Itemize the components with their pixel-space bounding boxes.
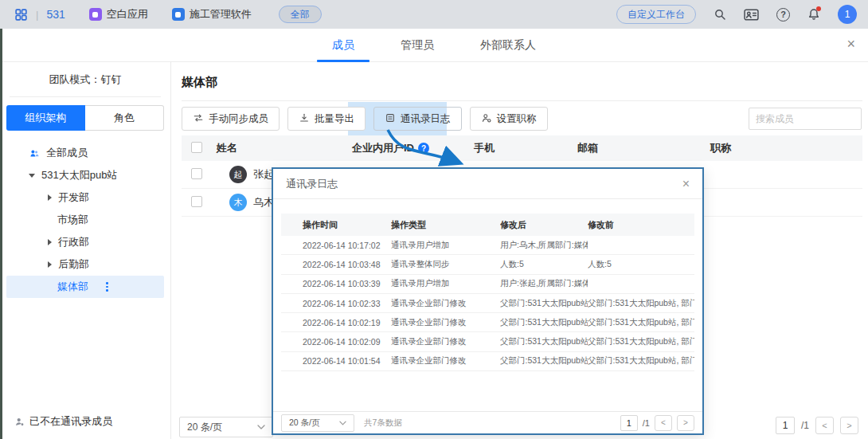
customize-workbench-button[interactable]: 自定义工作台 <box>616 5 696 24</box>
manual-sync-button[interactable]: 手动同步成员 <box>182 107 280 131</box>
sidebar-tree-item-5[interactable]: 后勤部 <box>6 253 164 276</box>
log-type: 通讯录整体同步 <box>391 259 500 270</box>
tab-members[interactable]: 成员 <box>332 29 354 62</box>
log-after: 父部门:531大太阳pub站, 部门:... <box>500 317 588 328</box>
org-structure-button[interactable]: 组织架构 <box>6 105 85 131</box>
org-tree: 全部成员531大太阳pub站开发部市场部行政部后勤部媒体部 <box>0 142 170 298</box>
log-type: 通讯录企业部门修改 <box>391 355 500 366</box>
log-after: 人数:5 <box>500 259 588 270</box>
next-page-button[interactable]: > <box>840 417 858 434</box>
log-row: 2022-06-14 10:01:54通讯录企业部门修改父部门:531大太阳pu… <box>281 352 694 371</box>
sidebar-tree-item-6[interactable]: 媒体部 <box>6 276 164 298</box>
question-icon[interactable]: ? <box>418 143 429 154</box>
row-checkbox[interactable] <box>191 196 202 207</box>
divider <box>182 100 862 101</box>
sidebar-footer-label: 已不在通讯录成员 <box>29 414 112 429</box>
member-search <box>749 108 862 130</box>
sidebar-tree-item-1[interactable]: 531大太阳pub站 <box>6 164 164 186</box>
bell-icon[interactable] <box>807 8 820 21</box>
tree-item-label: 后勤部 <box>58 257 89 272</box>
current-page-box[interactable]: 1 <box>776 417 795 434</box>
log-time: 2022-06-14 10:02:09 <box>281 337 391 347</box>
app-chip-construction-app[interactable]: 施工管理软件 <box>172 7 252 22</box>
divider: | <box>36 9 38 21</box>
log-row: 2022-06-14 10:02:09通讯录企业部门修改父部门:531大太阳pu… <box>281 332 694 351</box>
contacts-log-button[interactable]: 通讯录日志 <box>373 107 462 131</box>
member-toolbar: 手动同步成员批量导出通讯录日志设置职称 <box>182 107 548 131</box>
log-icon <box>385 112 396 126</box>
log-after: 父部门:531大太阳pub站, 部门:... <box>500 336 588 347</box>
column-header-userid: 企业内用户ID <box>352 141 414 155</box>
current-page-box[interactable]: 1 <box>620 415 638 431</box>
search-input[interactable] <box>756 113 868 124</box>
column-header-phone: 手机 <box>474 141 577 155</box>
column-header-jobtitle: 职称 <box>710 141 862 155</box>
avatar[interactable]: 1 <box>838 5 857 24</box>
log-table-body: 2022-06-14 10:17:02通讯录用户增加用户:乌木,所属部门:媒体部… <box>281 236 694 371</box>
app-chip-blank-app[interactable]: 空白应用 <box>89 7 148 22</box>
workspace-name[interactable]: 531 <box>46 8 65 21</box>
dialog-footer: 20 条/页 共7条数据 1 /1 < > <box>273 411 702 433</box>
prev-page-button[interactable]: < <box>655 415 672 431</box>
sidebar-tree-item-4[interactable]: 行政部 <box>6 231 164 253</box>
next-page-button[interactable]: > <box>677 415 694 431</box>
help-icon[interactable]: ? <box>776 8 790 22</box>
column-header-time: 操作时间 <box>281 219 391 231</box>
caret-down-icon[interactable] <box>29 174 35 178</box>
tab-admins[interactable]: 管理员 <box>401 29 434 62</box>
column-header-type: 操作类型 <box>391 219 500 231</box>
page-size-select[interactable]: 20 条/页 <box>281 414 354 432</box>
batch-export-button[interactable]: 批量导出 <box>287 107 366 131</box>
log-after: 用户:张起,所属部门:媒体部、53... <box>500 278 588 289</box>
sidebar-item-removed-members[interactable]: 已不在通讯录成员 <box>14 414 112 429</box>
prev-page-button[interactable]: < <box>815 417 834 434</box>
log-before: 人数:5 <box>588 259 694 270</box>
caret-right-icon[interactable] <box>48 261 52 268</box>
set-job-title-button[interactable]: 设置职称 <box>470 107 548 131</box>
caret-right-icon[interactable] <box>48 239 52 245</box>
page-size-select[interactable]: 20 条/页 <box>179 417 273 437</box>
select-all-checkbox[interactable] <box>191 142 202 153</box>
caret-right-icon[interactable] <box>48 194 52 201</box>
sidebar-tree-item-2[interactable]: 开发部 <box>6 186 164 209</box>
log-time: 2022-06-14 10:03:48 <box>281 260 391 269</box>
download-icon <box>299 112 310 126</box>
sync-icon <box>193 112 204 126</box>
log-type: 通讯录用户增加 <box>391 240 500 251</box>
purple-app-icon <box>89 8 102 21</box>
tab-label: 管理员 <box>401 38 434 53</box>
member-pagination: 1 /1 < > <box>776 417 858 434</box>
close-icon[interactable]: × <box>682 178 690 190</box>
search-icon[interactable] <box>714 8 726 21</box>
tree-item-label: 媒体部 <box>57 280 88 294</box>
log-type: 通讯录企业部门修改 <box>391 317 500 328</box>
team-mode-label: 团队模式：钉钉 <box>0 62 170 87</box>
person-icon <box>14 417 25 427</box>
tree-item-label: 开发部 <box>58 190 89 205</box>
tree-item-label: 531大太阳pub站 <box>41 168 117 182</box>
role-button[interactable]: 角色 <box>85 105 165 131</box>
contact-card-icon[interactable] <box>744 9 759 21</box>
log-type: 通讯录用户增加 <box>391 278 500 289</box>
sidebar-tree-item-0[interactable]: 全部成员 <box>6 142 164 164</box>
column-header-name: 姓名 <box>217 141 352 155</box>
tab-label: 外部联系人 <box>480 38 536 53</box>
log-time: 2022-06-14 10:01:54 <box>281 356 391 366</box>
app-grid-icon[interactable] <box>14 8 28 22</box>
button-label: 通讯录日志 <box>401 112 451 126</box>
tab-external-contacts[interactable]: 外部联系人 <box>480 29 536 62</box>
people-icon <box>29 148 40 159</box>
all-apps-pill[interactable]: 全部 <box>279 6 322 23</box>
member-tabs-bar: 成员管理员外部联系人 <box>0 29 868 62</box>
tab-label: 成员 <box>332 38 354 53</box>
log-pagination: 1 /1 < > <box>620 415 694 431</box>
row-checkbox[interactable] <box>191 168 202 179</box>
close-icon[interactable]: × <box>846 37 855 51</box>
sidebar-toggle: 组织架构 角色 <box>6 105 164 131</box>
log-time: 2022-06-14 10:02:19 <box>281 318 391 327</box>
blue-app-icon <box>172 8 185 21</box>
more-icon[interactable] <box>106 282 108 292</box>
log-row: 2022-06-14 10:02:19通讯录企业部门修改父部门:531大太阳pu… <box>281 313 694 332</box>
sidebar-tree-item-3[interactable]: 市场部 <box>6 209 164 231</box>
log-table: 操作时间 操作类型 修改后 修改前 2022-06-14 10:17:02通讯录… <box>281 214 694 371</box>
